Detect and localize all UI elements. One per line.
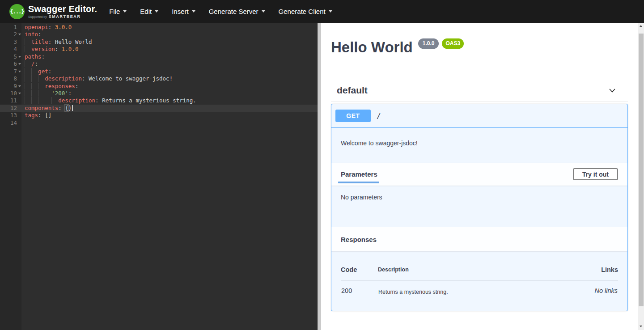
menu-caret-icon: [192, 10, 195, 13]
code-text: get:: [25, 68, 51, 75]
menu-label: Insert: [172, 8, 189, 15]
responses-table: Code Description Links 200Returns a myst…: [341, 260, 618, 296]
code-text: info:: [25, 31, 42, 38]
preview-scrollbar: [638, 23, 644, 330]
menu-caret-icon: [155, 10, 158, 13]
code-text: description: Welcome to swagger-jsdoc!: [25, 75, 173, 82]
code-text: title: Hello World: [25, 38, 92, 46]
operation-description: Welcome to swagger-jsdoc!: [331, 128, 627, 163]
tagline-brand: SMARTBEAR: [49, 14, 81, 19]
opblock-get: GET / Welcome to swagger-jsdoc! Paramete…: [331, 104, 628, 311]
scroll-up-arrow-icon[interactable]: [640, 25, 642, 27]
tag-name: default: [337, 85, 368, 95]
menu-caret-icon: [262, 10, 265, 13]
fold-caret-icon[interactable]: [18, 71, 21, 72]
code-line-11: 11 description: Returns a mysterious str…: [0, 97, 318, 104]
menu-item-generate-server[interactable]: Generate Server: [202, 0, 272, 23]
responses-table-header-row: Code Description Links: [341, 260, 618, 280]
code-text: version: 1.0.0: [25, 46, 78, 53]
menu-bar: FileEditInsertGenerate ServerGenerate Cl…: [102, 0, 339, 23]
line-number: 11: [0, 97, 17, 104]
code-line-5: 5paths:: [0, 53, 318, 60]
scrollbar-thumb[interactable]: [639, 34, 644, 306]
preview-content: Hello World 1.0.0 OAS3 default GET /: [331, 23, 628, 311]
menu-item-insert[interactable]: Insert: [165, 0, 202, 23]
code-line-7: 7 get:: [0, 68, 318, 75]
menu-label: Generate Server: [209, 8, 258, 15]
menu-item-file[interactable]: File: [102, 0, 133, 23]
line-number: 5: [0, 53, 17, 60]
fold-caret-icon[interactable]: [18, 85, 21, 87]
fold-caret-icon[interactable]: [18, 34, 21, 35]
header-description: Description: [378, 260, 557, 280]
menu-item-edit[interactable]: Edit: [133, 0, 165, 23]
responses-title: Responses: [341, 236, 377, 243]
collapse-chevron-icon[interactable]: [607, 85, 617, 95]
main-split: 1openapi: 3.0.02info:3 title: Hello Worl…: [0, 23, 644, 330]
code-text: components: {}: [25, 105, 73, 112]
operation-path: /: [377, 112, 381, 120]
braces-icon: {...}: [10, 8, 24, 15]
active-tab-indicator: [338, 182, 379, 183]
code-text: tags: []: [25, 112, 51, 119]
brand-text: Swagger Editor. Supported by SMARTBEAR: [28, 4, 97, 19]
code-line-8: 8 description: Welcome to swagger-jsdoc!: [0, 75, 318, 82]
code-line-3: 3 title: Hello World: [0, 38, 318, 46]
menu-caret-icon: [329, 10, 332, 13]
swagger-ui-preview: Hello World 1.0.0 OAS3 default GET /: [321, 23, 644, 330]
fold-caret-icon[interactable]: [18, 56, 21, 58]
responses-header: Responses: [331, 227, 627, 251]
line-number: 13: [0, 112, 17, 119]
line-number: 10: [0, 90, 17, 97]
line-number: 14: [0, 119, 17, 127]
response-links: No links: [557, 280, 618, 296]
line-number: 7: [0, 68, 17, 75]
api-title: Hello World: [331, 38, 413, 56]
yaml-editor[interactable]: 1openapi: 3.0.02info:3 title: Hello Worl…: [0, 23, 318, 330]
menu-label: Generate Client: [279, 8, 326, 15]
try-it-out-button[interactable]: Try it out: [573, 168, 618, 180]
parameters-header: Parameters Try it out: [331, 163, 627, 186]
code-line-9: 9 responses:: [0, 83, 318, 90]
code-line-1: 1openapi: 3.0.0: [0, 24, 318, 31]
tagline-prefix: Supported by: [28, 15, 47, 18]
tab-parameters[interactable]: Parameters: [341, 170, 377, 178]
line-number: 6: [0, 60, 17, 68]
api-badges: 1.0.0 OAS3: [418, 38, 464, 49]
menu-item-generate-client[interactable]: Generate Client: [272, 0, 339, 23]
opblock-summary[interactable]: GET /: [331, 104, 627, 128]
tag-section-default[interactable]: default: [331, 85, 628, 102]
swagger-editor-logo[interactable]: {...} Swagger Editor. Supported by SMART…: [9, 4, 97, 19]
response-code: 200: [341, 280, 378, 296]
code-text: '200':: [25, 90, 72, 97]
code-lines: 1openapi: 3.0.02info:3 title: Hello Worl…: [0, 24, 318, 127]
http-method-badge: GET: [335, 110, 371, 122]
scroll-down-arrow-icon[interactable]: [640, 326, 642, 327]
header-code: Code: [341, 260, 378, 280]
line-number: 4: [0, 46, 17, 53]
fold-caret-icon[interactable]: [18, 93, 21, 94]
fold-caret-icon[interactable]: [18, 63, 21, 65]
code-line-14: 14: [0, 119, 318, 127]
menu-caret-icon: [123, 10, 127, 13]
oas3-badge: OAS3: [442, 38, 464, 49]
response-row: 200Returns a mysterious string.No links: [341, 280, 618, 296]
line-number: 8: [0, 75, 17, 82]
brand-tagline: Supported by SMARTBEAR: [28, 14, 97, 19]
code-line-2: 2info:: [0, 31, 318, 38]
menu-label: File: [109, 8, 120, 15]
swagger-logo-icon: {...}: [9, 4, 25, 19]
responses-table-wrapper: Code Description Links 200Returns a myst…: [331, 251, 627, 311]
line-number: 3: [0, 38, 17, 46]
header-links: Links: [557, 260, 618, 280]
code-line-6: 6 /:: [0, 60, 318, 68]
text-cursor: [72, 105, 73, 111]
version-badge: 1.0.0: [418, 38, 439, 49]
response-description: Returns a mysterious string.: [378, 280, 557, 296]
pane-splitter[interactable]: [318, 23, 321, 330]
brand-title: Swagger Editor.: [28, 4, 97, 14]
line-number: 12: [0, 105, 17, 112]
code-line-10: 10 '200':: [0, 90, 318, 97]
code-line-13: 13tags: []: [0, 112, 318, 119]
line-number: 1: [0, 24, 17, 31]
